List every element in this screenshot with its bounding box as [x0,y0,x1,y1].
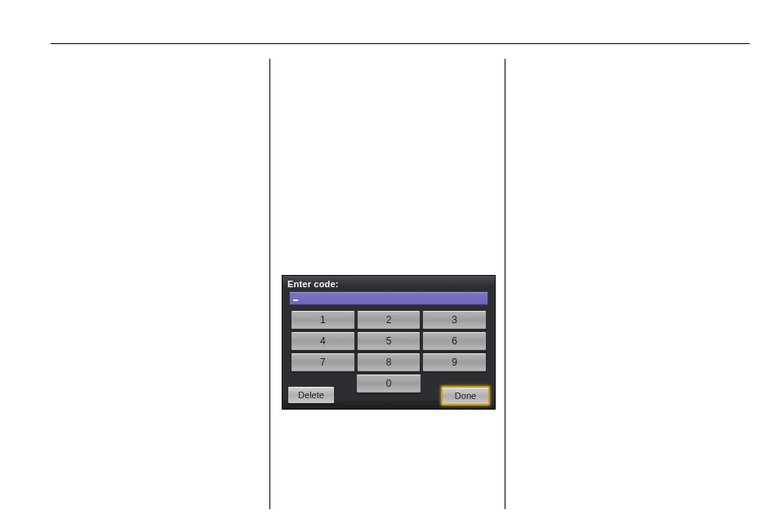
keypad-key-8[interactable]: 8 [357,352,421,372]
enter-code-panel: Enter code: 1 2 3 4 5 6 7 8 9 0 Delete D… [282,275,496,410]
keypad-key-3[interactable]: 3 [422,310,487,330]
delete-button[interactable]: Delete [287,386,335,404]
keypad-key-6[interactable]: 6 [422,331,487,351]
keypad-key-9[interactable]: 9 [422,352,487,372]
keypad-key-1[interactable]: 1 [291,310,355,330]
keypad-key-2[interactable]: 2 [357,310,421,330]
keypad-key-5[interactable]: 5 [357,331,421,351]
numeric-keypad: 1 2 3 4 5 6 7 8 9 0 [291,310,487,395]
code-input-cursor [293,299,298,301]
keypad-key-4[interactable]: 4 [291,331,355,351]
done-button[interactable]: Done [441,386,490,406]
code-input[interactable] [289,291,488,305]
keypad-key-7[interactable]: 7 [291,352,355,372]
column-divider-2 [505,59,505,509]
column-divider-1 [269,59,270,509]
enter-code-prompt: Enter code: [287,279,339,289]
page-top-rule [51,43,750,44]
keypad-action-row: Delete Done [287,386,490,404]
